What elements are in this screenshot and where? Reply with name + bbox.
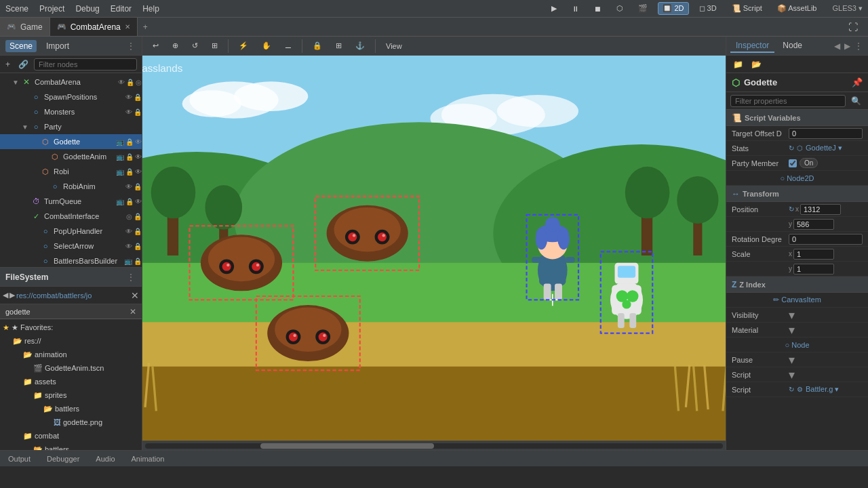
menu-item-project[interactable]: Project [39,4,64,14]
inspector-arrow-right[interactable]: ▶ [843,40,852,52]
tree-item-godette[interactable]: ⬡ Godette 📺 🔒 👁 [0,134,142,149]
scroll-track[interactable] [145,443,723,449]
vis-icon-battlersbars[interactable]: 📺 [124,258,132,265]
lock-icon-spawn[interactable]: 🔒 [134,94,142,101]
eye-icon-popup[interactable]: 👁 [125,228,132,235]
viewport-area[interactable]: ↩ ● ↻ [142,56,726,441]
menu-item-scene[interactable]: Scene [5,4,28,14]
status-tab-animation[interactable]: Animation [129,455,167,463]
scale-y-input[interactable] [793,264,834,274]
filter-properties-input[interactable] [730,95,846,107]
remote-debug-button[interactable]: ⬡ [612,2,628,15]
status-tab-output[interactable]: Output [5,455,33,463]
panel-menu-icon[interactable]: ⋮ [125,40,136,52]
inspector-expand-icon[interactable]: ⋮ [853,40,864,52]
fs-item-combat[interactable]: 📁 combat [0,429,142,443]
nav-back-icon[interactable]: ◀ [3,291,8,300]
tree-item-robi-anim[interactable]: ○ RobiAnim 👁 🔒 [0,179,142,194]
add-child-button[interactable]: 🔗 [16,58,31,70]
position-x-input[interactable] [800,204,841,215]
eye-icon-godette[interactable]: 👁 [135,138,142,146]
tab-inspector[interactable]: Inspector [730,39,774,53]
pause-button[interactable]: ⏸ [567,3,584,15]
play-button[interactable]: ▶ [547,2,561,15]
viewport-scrollbar[interactable] [142,441,726,450]
vis-icon[interactable]: ◎ [136,79,142,86]
menu-item-debug[interactable]: Debug [75,4,99,14]
add-node-button[interactable]: + [3,58,13,70]
viewport-tool1[interactable]: ⚡ [234,39,253,52]
lock-icon[interactable]: 🔒 [126,79,134,86]
section-z-index[interactable]: Z Z Index [726,277,868,293]
vis-icon-combatinterface[interactable]: ◎ [126,213,132,220]
position-y-input[interactable] [793,219,834,230]
vis-icon-robi[interactable]: 📺 [116,168,124,176]
assetlib-button[interactable]: 📦 AssetLib [772,2,822,15]
tree-item-combat-interface[interactable]: ✓ CombatInterface ◎ 🔒 [0,209,142,224]
eye-icon[interactable]: 👁 [118,79,125,86]
fs-item-godette-png[interactable]: 🖼 godette.png [0,415,142,429]
filesystem-close-button[interactable]: ✕ [131,290,139,301]
rotation-input[interactable] [789,234,863,245]
tree-item-spawn-positions[interactable]: ○ SpawnPositions 👁 🔒 [0,89,142,104]
tree-item-party[interactable]: ▼ ○ Party [0,119,142,134]
fullscreen-button[interactable]: ⛶ [844,20,863,35]
party-member-badge[interactable]: On [800,158,818,168]
scroll-thumb[interactable] [260,443,434,449]
section-transform[interactable]: ↔ Transform [726,186,868,202]
viewport-tool3[interactable]: ⚊ [280,39,296,52]
tab-add-button[interactable]: + [138,22,153,32]
fs-item-assets[interactable]: 📁 assets [0,375,142,388]
nav-forward-icon[interactable]: ▶ [9,291,15,300]
lock-icon-turnqueue[interactable]: 🔒 [125,198,134,205]
node2d-link[interactable]: ○ Node2D [780,174,814,182]
viewport-scale-button[interactable]: ⊞ [207,39,222,52]
vis-icon-godette[interactable]: 📺 [116,138,124,146]
pin-icon[interactable]: 📌 [852,77,863,87]
filesystem-label-close-button[interactable]: ✕ [130,307,136,317]
fs-item-battlers-sprites[interactable]: 📂 battlers [0,402,142,415]
stop-button[interactable]: ⏹ [589,3,606,15]
inspector-arrow-left[interactable]: ◀ [833,40,842,52]
eye-icon-selectarrow[interactable]: 👁 [125,243,132,250]
fs-item-godette-anim-tscn[interactable]: 🎬 GodetteAnim.tscn [0,361,142,375]
filter-nodes-input[interactable] [34,58,137,70]
scale-x-input[interactable] [793,249,834,260]
eye-icon-robi-anim[interactable]: 👁 [125,183,132,190]
viewport-view-button[interactable]: View [381,40,407,52]
viewport-anchor-button[interactable]: ⚓ [351,39,370,52]
vis-icon-godetteAnim[interactable]: 📺 [116,153,124,161]
stats-value[interactable]: GodetteJ ▾ [806,144,842,152]
fs-item-res[interactable]: 📂 res:// [0,334,142,348]
inspector-history-back[interactable]: 📁 [730,58,746,70]
fs-item-battlers-combat[interactable]: 📂 battlers [0,443,142,450]
viewport-select-button[interactable]: ⊕ [167,39,183,52]
tree-item-monsters[interactable]: ○ Monsters 👁 🔒 [0,104,142,119]
tab-game[interactable]: 🎮 Game [0,18,50,36]
video-button[interactable]: 🎬 [633,2,652,15]
lock-icon-battlersbars[interactable]: 🔒 [134,258,142,265]
lock-icon-popup[interactable]: 🔒 [134,228,142,235]
filesystem-path[interactable]: res://combat/battlers/jo [16,291,92,300]
lock-icon-selectarrow[interactable]: 🔒 [134,243,142,250]
script-button[interactable]: 📜 Script [727,2,767,15]
eye-icon-godetteAnim[interactable]: 👁 [135,153,142,161]
tab-node[interactable]: Node [777,39,808,53]
status-tab-debugger[interactable]: Debugger [44,455,82,463]
eye-icon-spawn[interactable]: 👁 [125,94,132,101]
script-value[interactable]: Battler.g ▾ [806,385,839,394]
2d-button[interactable]: 🔲 2D [658,2,688,15]
fs-item-sprites[interactable]: 📁 sprites [0,388,142,402]
canvas-item-link[interactable]: ✏ CanvasItem [773,296,821,304]
tab-combat-arena[interactable]: 🎮 CombatArena ✕ [50,18,138,36]
tree-item-combat-arena[interactable]: ▼ ✕ CombatArena 👁 🔒 ◎ [0,75,142,89]
tree-item-robi[interactable]: ⬡ Robi 📺 🔒 👁 [0,164,142,179]
inspector-history-forward[interactable]: 📂 [749,58,764,70]
lock-icon-combatinterface[interactable]: 🔒 [134,213,142,220]
lock-icon-robi-anim[interactable]: 🔒 [134,183,142,190]
viewport-move-button[interactable]: ↩ [148,39,163,52]
status-tab-audio[interactable]: Audio [93,455,117,463]
vis-icon-turnqueue[interactable]: 📺 [116,198,124,205]
material-expand-icon[interactable]: ▾ [789,323,795,338]
import-tab[interactable]: Import [42,40,73,52]
